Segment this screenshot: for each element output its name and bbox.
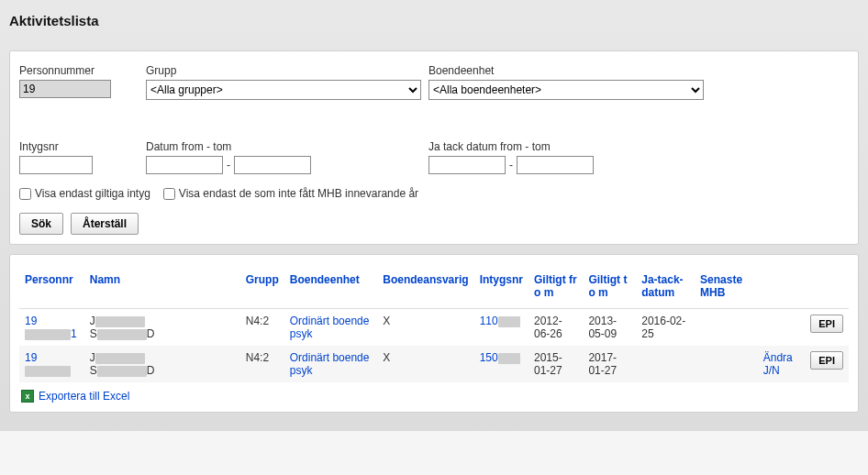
boendeenhet-label: Boendeenhet bbox=[428, 64, 704, 77]
jatack-label: Ja tack datum from - tom bbox=[428, 140, 704, 153]
giltig-tom-cell: 2013-05-09 bbox=[583, 309, 636, 347]
giltig-from-cell: 2015-01-27 bbox=[529, 346, 583, 382]
date-separator: - bbox=[509, 159, 513, 171]
th-senaste-mhb[interactable]: Senaste MHB bbox=[695, 268, 758, 309]
boendeenhet-select[interactable]: <Alla boendeenheter> bbox=[428, 80, 704, 100]
th-personnr[interactable]: Personnr bbox=[19, 268, 84, 309]
chk-mhb[interactable] bbox=[163, 188, 175, 200]
jatack-cell: 2016-02-25 bbox=[636, 309, 695, 347]
grupp-select[interactable]: <Alla grupper> bbox=[146, 80, 421, 100]
andra-cell bbox=[758, 309, 805, 347]
datum-from-input[interactable] bbox=[146, 156, 223, 174]
chk-mhb-label: Visa endast de som inte fått MHB innevar… bbox=[179, 187, 418, 200]
export-row: x Exportera till Excel bbox=[19, 382, 849, 403]
boendeansvarig-cell: X bbox=[377, 346, 473, 382]
results-panel: Personnr Namn Grupp Boendeenhet Boendean… bbox=[9, 254, 859, 413]
namn-cell: J SD bbox=[84, 346, 240, 382]
titlebar: Aktivitetslista bbox=[0, 0, 868, 50]
th-grupp[interactable]: Grupp bbox=[240, 268, 284, 309]
chk-mhb-wrapper[interactable]: Visa endast de som inte fått MHB innevar… bbox=[163, 187, 418, 200]
grupp-cell: N4:2 bbox=[240, 309, 284, 347]
datum-tom-input[interactable] bbox=[234, 156, 311, 174]
aterstall-button[interactable]: Återställ bbox=[71, 213, 139, 235]
senaste-mhb-cell bbox=[695, 346, 758, 382]
date-separator: - bbox=[227, 159, 230, 171]
intygsnr-label: Intygsnr bbox=[19, 140, 139, 153]
th-boendeenhet[interactable]: Boendeenhet bbox=[284, 268, 378, 309]
th-intygsnr[interactable]: Intygsnr bbox=[474, 268, 529, 309]
field-jatack: Ja tack datum from - tom - bbox=[428, 140, 704, 174]
results-table: Personnr Namn Grupp Boendeenhet Boendean… bbox=[19, 268, 849, 382]
th-boendeansvarig[interactable]: Boendeansvarig bbox=[377, 268, 473, 309]
intygsnr-link[interactable]: 150 bbox=[480, 351, 520, 364]
th-jatack[interactable]: Ja-tack-datum bbox=[636, 268, 695, 309]
th-giltig-from[interactable]: Giltigt fr o m bbox=[529, 268, 583, 309]
field-datum: Datum from - tom - bbox=[146, 140, 421, 174]
field-boendeenhet: Boendeenhet <Alla boendeenheter> bbox=[428, 64, 704, 100]
field-personnummer: Personnummer bbox=[19, 64, 139, 100]
chk-giltiga-label: Visa endast giltiga intyg bbox=[35, 187, 150, 200]
export-excel-link[interactable]: Exportera till Excel bbox=[39, 390, 129, 403]
intygsnr-link[interactable]: 110 bbox=[480, 315, 520, 327]
th-giltig-tom[interactable]: Giltigt t o m bbox=[583, 268, 636, 309]
jatack-tom-input[interactable] bbox=[517, 156, 594, 174]
chk-giltiga-wrapper[interactable]: Visa endast giltiga intyg bbox=[19, 187, 150, 200]
personnummer-label: Personnummer bbox=[19, 64, 139, 77]
datum-label: Datum from - tom bbox=[146, 140, 421, 153]
th-namn[interactable]: Namn bbox=[84, 268, 240, 309]
table-row: 19 J SD N4:2 Ordinärt boende psyk X 150 … bbox=[19, 346, 849, 382]
sok-button[interactable]: Sök bbox=[19, 213, 63, 235]
andra-link[interactable]: Ändra J/N bbox=[763, 351, 793, 377]
giltig-tom-cell: 2017-01-27 bbox=[583, 346, 636, 382]
giltig-from-cell: 2012-06-26 bbox=[529, 309, 583, 347]
epi-button[interactable]: EPI bbox=[810, 315, 843, 333]
personnr-link[interactable]: 191 bbox=[25, 315, 77, 340]
boendeenhet-link[interactable]: Ordinärt boende psyk bbox=[290, 351, 370, 377]
table-row: 191 J SD N4:2 Ordinärt boende psyk X 110… bbox=[19, 309, 849, 347]
chk-giltiga[interactable] bbox=[19, 188, 31, 200]
senaste-mhb-cell bbox=[695, 309, 758, 347]
filter-panel: Personnummer Grupp <Alla grupper> Boende… bbox=[9, 50, 859, 245]
grupp-label: Grupp bbox=[146, 64, 421, 77]
grupp-cell: N4:2 bbox=[240, 346, 284, 382]
field-grupp: Grupp <Alla grupper> bbox=[146, 64, 421, 100]
intygsnr-input[interactable] bbox=[19, 156, 93, 174]
epi-button[interactable]: EPI bbox=[810, 351, 843, 370]
page-title: Aktivitetslista bbox=[9, 13, 859, 28]
boendeenhet-link[interactable]: Ordinärt boende psyk bbox=[290, 315, 370, 340]
namn-cell: J SD bbox=[84, 309, 240, 347]
field-intygsnr: Intygsnr bbox=[19, 140, 139, 174]
excel-icon: x bbox=[21, 390, 34, 403]
personnr-link[interactable]: 19 bbox=[25, 351, 71, 377]
jatack-cell bbox=[636, 346, 695, 382]
personnummer-input[interactable] bbox=[19, 80, 111, 98]
boendeansvarig-cell: X bbox=[377, 309, 473, 347]
jatack-from-input[interactable] bbox=[428, 156, 506, 174]
